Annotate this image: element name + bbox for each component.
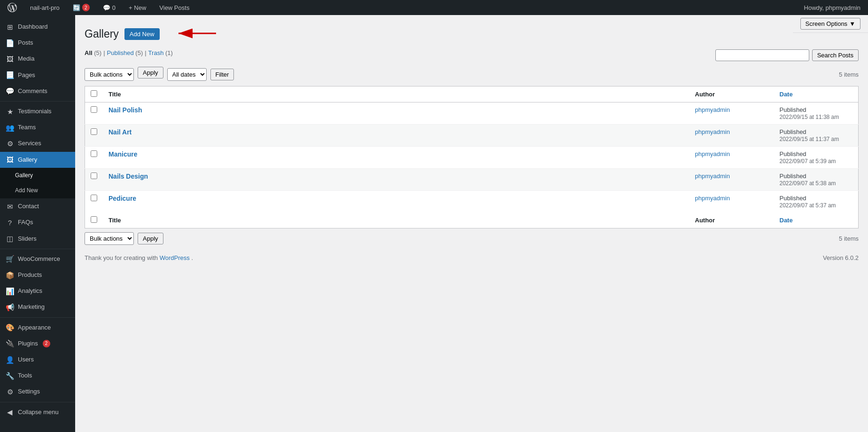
sidebar-item-label: Testimonials xyxy=(18,107,52,116)
table-row: Pedicure phpmyadmin Published 2022/09/07… xyxy=(85,191,859,213)
pages-icon: 📃 xyxy=(6,71,14,79)
sidebar-item-testimonials[interactable]: ★ Testimonials xyxy=(0,103,75,119)
footer-date-col: Date xyxy=(774,212,859,228)
post-title-link[interactable]: Nail Polish xyxy=(108,106,142,114)
tablenav-bottom: Bulk actions Apply 5 items xyxy=(85,232,859,245)
updates-link[interactable]: 🔄 2 xyxy=(70,0,93,15)
collapse-menu[interactable]: ◀ Collapse menu xyxy=(0,404,75,420)
sidebar-item-label: Teams xyxy=(18,123,36,132)
filter-button[interactable]: Filter xyxy=(210,69,234,80)
author-link[interactable]: phpmyadmin xyxy=(695,195,730,202)
menu-separator-2 xyxy=(0,249,75,249)
bulk-actions-select-top[interactable]: Bulk actions xyxy=(85,68,134,81)
comments-icon: 💬 xyxy=(6,87,14,95)
bulk-actions-select-bottom[interactable]: Bulk actions xyxy=(85,232,134,245)
sidebar-item-appearance[interactable]: 🎨 Appearance xyxy=(0,320,75,336)
row-date-cell: Published 2022/09/07 at 5:38 am xyxy=(774,169,859,191)
post-title-link[interactable]: Nail Art xyxy=(108,128,132,136)
table-row: Nails Design phpmyadmin Published 2022/0… xyxy=(85,169,859,191)
row-author-cell: phpmyadmin xyxy=(690,147,774,169)
sidebar-item-marketing[interactable]: 📢 Marketing xyxy=(0,299,75,315)
wp-logo[interactable] xyxy=(5,0,20,15)
sidebar-item-label: WooCommerce xyxy=(18,255,60,263)
products-icon: 📦 xyxy=(6,271,14,279)
sidebar-item-teams[interactable]: 👥 Teams xyxy=(0,119,75,135)
sidebar-item-sliders[interactable]: ◫ Sliders xyxy=(0,231,75,247)
row-checkbox[interactable] xyxy=(91,106,97,113)
row-title-cell: Manicure xyxy=(103,147,690,169)
row-date-cell: Published 2022/09/07 at 5:39 am xyxy=(774,147,859,169)
post-title-link[interactable]: Manicure xyxy=(108,150,137,158)
sidebar-item-products[interactable]: 📦 Products xyxy=(0,267,75,283)
apply-button-top[interactable]: Apply xyxy=(138,67,163,79)
date-sort-link[interactable]: Date xyxy=(780,91,793,98)
sidebar-item-media[interactable]: 🖼 Media xyxy=(0,51,75,67)
sidebar-item-woocommerce[interactable]: 🛒 WooCommerce xyxy=(0,251,75,267)
footer-checkbox-col xyxy=(85,212,103,228)
post-title-link[interactable]: Nails Design xyxy=(108,173,148,180)
all-filter-link[interactable]: All (5) xyxy=(85,49,101,56)
trash-filter-link[interactable]: Trash (1) xyxy=(148,49,173,56)
sidebar-item-posts[interactable]: 📄 Posts xyxy=(0,35,75,51)
search-posts-button[interactable]: Search Posts xyxy=(812,49,859,61)
author-link[interactable]: phpmyadmin xyxy=(695,150,730,157)
sidebar-subitem-add-new[interactable]: Add New xyxy=(0,183,75,198)
submenu-label: Gallery xyxy=(15,172,33,180)
row-date-cell: Published 2022/09/07 at 5:37 am xyxy=(774,191,859,213)
row-checkbox[interactable] xyxy=(91,150,97,157)
add-new-link[interactable]: + New xyxy=(126,0,149,15)
view-posts-link[interactable]: View Posts xyxy=(156,0,192,15)
analytics-icon: 📊 xyxy=(6,287,14,295)
top-area: All (5) | Published (5) | Trash (1) Sear… xyxy=(85,49,859,63)
sidebar-item-contact[interactable]: ✉ Contact xyxy=(0,198,75,214)
wordpress-link[interactable]: WordPress xyxy=(160,254,190,261)
sidebar-item-label: Tools xyxy=(18,371,32,380)
sidebar-item-pages[interactable]: 📃 Pages xyxy=(0,67,75,83)
date-value: 2022/09/15 at 11:38 am xyxy=(780,114,839,120)
screen-options-button[interactable]: Screen Options ▼ xyxy=(800,18,860,30)
author-link[interactable]: phpmyadmin xyxy=(695,128,730,135)
published-filter-link[interactable]: Published (5) xyxy=(107,49,143,56)
row-checkbox[interactable] xyxy=(91,128,97,135)
sidebar-item-users[interactable]: 👤 Users xyxy=(0,352,75,368)
add-new-button[interactable]: Add New xyxy=(124,28,160,40)
sidebar-subitem-gallery[interactable]: Gallery xyxy=(0,168,75,183)
row-checkbox[interactable] xyxy=(91,173,97,179)
collapse-icon: ◀ xyxy=(6,408,14,416)
author-link[interactable]: phpmyadmin xyxy=(695,173,730,180)
apply-button-bottom[interactable]: Apply xyxy=(138,233,163,244)
sidebar-item-plugins[interactable]: 🔌 Plugins 2 xyxy=(0,336,75,352)
row-date-cell: Published 2022/09/15 at 11:37 am xyxy=(774,125,859,147)
search-input[interactable] xyxy=(715,49,809,61)
sidebar-item-gallery[interactable]: 🖼 Gallery xyxy=(0,152,75,168)
sidebar-item-services[interactable]: ⚙ Services xyxy=(0,135,75,151)
sidebar-item-analytics[interactable]: 📊 Analytics xyxy=(0,283,75,299)
comments-link[interactable]: 💬 0 xyxy=(100,0,118,15)
admin-bar: nail-art-pro 🔄 2 💬 0 + New View Posts Ho… xyxy=(0,0,868,15)
sidebar-item-comments[interactable]: 💬 Comments xyxy=(0,83,75,99)
howdy-label[interactable]: Howdy, phpmyadmin xyxy=(801,0,863,15)
services-icon: ⚙ xyxy=(6,139,14,148)
filter-links: All (5) | Published (5) | Trash (1) xyxy=(85,49,173,56)
site-name[interactable]: nail-art-pro xyxy=(27,0,62,15)
dates-filter-select[interactable]: All dates xyxy=(167,68,207,81)
author-link[interactable]: phpmyadmin xyxy=(695,106,730,113)
sidebar-item-dashboard[interactable]: ⊞ Dashboard xyxy=(0,19,75,35)
select-all-checkbox-bottom[interactable] xyxy=(91,216,97,223)
row-checkbox[interactable] xyxy=(91,195,97,201)
sidebar-item-settings[interactable]: ⚙ Settings xyxy=(0,384,75,400)
sidebar-item-label: Sliders xyxy=(18,235,37,243)
date-value: 2022/09/07 at 5:38 am xyxy=(780,180,836,187)
select-all-checkbox[interactable] xyxy=(91,90,97,97)
page-footer: Thank you for creating with WordPress . … xyxy=(85,254,859,261)
header-checkbox-col xyxy=(85,86,103,102)
row-author-cell: phpmyadmin xyxy=(690,102,774,125)
sidebar-item-tools[interactable]: 🔧 Tools xyxy=(0,368,75,384)
date-sort-link-footer[interactable]: Date xyxy=(780,217,793,224)
sidebar-item-label: Dashboard xyxy=(18,23,48,31)
post-title-link[interactable]: Pedicure xyxy=(108,195,136,202)
teams-icon: 👥 xyxy=(6,123,14,132)
sidebar-item-faqs[interactable]: ? FAQs xyxy=(0,214,75,230)
sidebar-item-label: Media xyxy=(18,55,34,63)
marketing-icon: 📢 xyxy=(6,303,14,312)
